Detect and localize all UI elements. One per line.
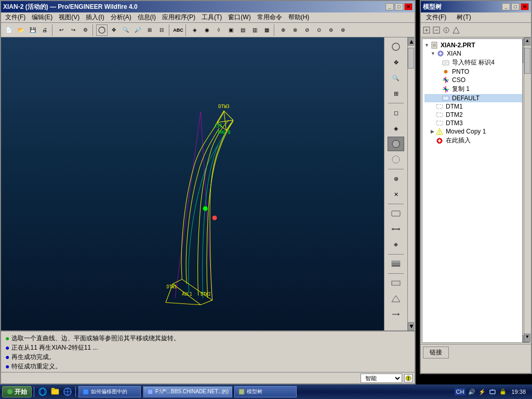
tray-volume[interactable]: 🔊 — [468, 388, 476, 396]
rt-zoom[interactable]: 🔍 — [388, 71, 404, 85]
tb-extra-5[interactable]: ⊚ — [325, 24, 337, 36]
tree-item-pnto[interactable]: ▶ PNTO — [424, 68, 527, 76]
tb-extra-3[interactable]: ⊘ — [301, 24, 313, 36]
tree-item-dtm3[interactable]: ▶ DTM3 — [424, 119, 527, 127]
restore-button[interactable]: □ — [395, 3, 403, 10]
close-button[interactable]: ✕ — [404, 3, 413, 10]
rt-wire[interactable]: ◻ — [388, 105, 404, 120]
mt-close[interactable]: ✕ — [521, 3, 529, 10]
tree-expand-mc[interactable]: ▶ — [431, 129, 434, 134]
zoom-fit-button[interactable]: ⊞ — [144, 24, 155, 36]
taskbar-btn-2[interactable]: F:\产...BBS.CHINADE.NET...的) — [143, 386, 232, 397]
spin-button[interactable] — [96, 24, 108, 36]
menu-analysis[interactable]: 分析(A) — [108, 12, 135, 23]
menu-edit[interactable]: 编辑(E) — [29, 12, 56, 23]
tree-item-dtm2[interactable]: ▶ DTM2 — [424, 111, 527, 119]
rt-datum-plane[interactable] — [388, 206, 404, 221]
tree-item-movedcopy1[interactable]: ▶ Moved Copy 1 — [424, 127, 527, 136]
rt-shade[interactable] — [388, 137, 404, 151]
tree-item-copy1[interactable]: ▶ 复制 1 — [424, 84, 527, 94]
ql-explorer[interactable] — [49, 386, 61, 397]
mt-tb-4[interactable] — [451, 25, 461, 35]
smart-select[interactable]: 智能 — [361, 374, 402, 383]
mt-minimize[interactable]: _ — [502, 3, 510, 10]
tb-extra-1[interactable]: ⊕ — [277, 24, 289, 36]
rt-clip[interactable]: ✕ — [388, 187, 404, 202]
scrollbar-up[interactable]: ▲ — [408, 37, 414, 46]
zoom-out-button[interactable]: 🔎 — [132, 24, 143, 36]
tree-expand-root[interactable]: ▼ — [424, 43, 429, 48]
tree-expand-xian[interactable]: ▼ — [431, 51, 435, 56]
rt-xsection[interactable]: ⊗ — [388, 171, 404, 186]
feature-btn-4[interactable]: ▣ — [225, 24, 236, 36]
menu-help[interactable]: 帮助(H) — [285, 12, 313, 23]
rt-shade2[interactable] — [388, 152, 404, 167]
feature-btn-5[interactable]: ▤ — [237, 24, 248, 36]
mt-tb-2[interactable] — [432, 25, 441, 35]
viewport-scrollbar[interactable]: ▲ ▼ — [407, 37, 415, 330]
tree-item-xian[interactable]: ▼ XIAN — [424, 49, 527, 58]
tree-item-root[interactable]: ▼ XIAN-2.PRT — [424, 41, 527, 49]
menu-file[interactable]: 文件(F) — [2, 12, 29, 23]
menu-window[interactable]: 窗口(W) — [225, 12, 254, 23]
feature-btn-7[interactable]: ▦ — [261, 24, 272, 36]
rt-spin[interactable] — [388, 39, 404, 54]
taskbar-btn-3[interactable]: 模型树 — [234, 386, 297, 397]
tray-network[interactable] — [488, 388, 497, 396]
scrollbar-down[interactable]: ▼ — [408, 322, 414, 330]
menu-tools[interactable]: 工具(T) — [198, 12, 225, 23]
tree-item-dtm1[interactable]: ▶ DTM1 — [424, 102, 527, 111]
open-button[interactable]: 📂 — [15, 24, 26, 36]
status-icon[interactable] — [404, 374, 413, 382]
scrollbar-thumb[interactable] — [408, 48, 414, 69]
feature-btn-1[interactable]: ◈ — [189, 24, 201, 36]
rt-detail1[interactable] — [388, 276, 404, 290]
taskbar-btn-1[interactable]: 如何偏移图中的 — [78, 386, 141, 397]
rt-datum-pt[interactable] — [388, 237, 404, 252]
mt-restore[interactable]: □ — [511, 3, 520, 10]
tree-item-import4[interactable]: ▶ 导入特征 标识4 — [424, 58, 527, 68]
ql-ie2[interactable] — [62, 386, 73, 397]
feature-btn-6[interactable]: ▥ — [249, 24, 260, 36]
link-button[interactable]: 链接 — [423, 347, 449, 358]
feature-btn-2[interactable]: ◉ — [201, 24, 212, 36]
viewport[interactable]: DTW3 CS1 PHU 0 DTW1 AUL1 DTW2 — [1, 37, 384, 330]
save-button[interactable]: 💾 — [27, 24, 38, 36]
rt-detail2[interactable] — [388, 291, 404, 306]
mt-menu-tree[interactable]: 树(T) — [454, 12, 474, 23]
rt-pan[interactable]: ✥ — [388, 55, 404, 70]
tree-item-inserthere[interactable]: ▶ 在此插入 — [424, 136, 527, 145]
rp-scroll-up[interactable]: ▲ — [524, 37, 530, 46]
rt-fit[interactable]: ⊞ — [388, 86, 404, 101]
tb-extra-2[interactable]: ⊗ — [289, 24, 301, 36]
undo-button[interactable]: ↩ — [56, 24, 67, 36]
tree-item-cso[interactable]: ▶ CSO — [424, 76, 527, 84]
mt-tb-1[interactable] — [422, 25, 431, 35]
tray-power[interactable]: ⚡ — [478, 388, 486, 396]
rt-detail3[interactable] — [388, 307, 404, 322]
tree-item-default[interactable]: ▶ DEFAULT — [424, 94, 527, 102]
tb-extra-4[interactable]: ⊙ — [313, 24, 325, 36]
rp-scroll-thumb[interactable] — [524, 48, 530, 74]
pan-button[interactable]: ✥ — [108, 24, 119, 36]
new-button[interactable]: 📄 — [3, 24, 15, 36]
abc-button[interactable]: ABC — [172, 24, 184, 36]
redo-button[interactable]: ↪ — [68, 24, 79, 36]
mt-tb-3[interactable] — [442, 25, 451, 35]
start-button[interactable]: 开始 — [2, 386, 32, 397]
tb-extra-6[interactable]: ⊛ — [337, 24, 349, 36]
repaint-button[interactable]: ⚙ — [79, 24, 91, 36]
tray-lock[interactable] — [499, 388, 507, 396]
mt-menu-file[interactable]: 文件(F) — [423, 12, 449, 23]
zoom-window-button[interactable]: ⊟ — [156, 24, 167, 36]
zoom-in-button[interactable]: 🔍 — [120, 24, 131, 36]
menu-insert[interactable]: 插入(I) — [83, 12, 107, 23]
print-button[interactable]: 🖨 — [39, 24, 50, 36]
rt-datum-axis[interactable] — [388, 222, 404, 236]
ql-ie[interactable] — [37, 386, 48, 397]
rt-layers[interactable] — [388, 257, 404, 271]
menu-common[interactable]: 常用命令 — [254, 12, 285, 23]
feature-btn-3[interactable]: ◊ — [213, 24, 224, 36]
rt-hidden[interactable]: ◈ — [388, 121, 404, 136]
menu-info[interactable]: 信息(I) — [135, 12, 159, 23]
